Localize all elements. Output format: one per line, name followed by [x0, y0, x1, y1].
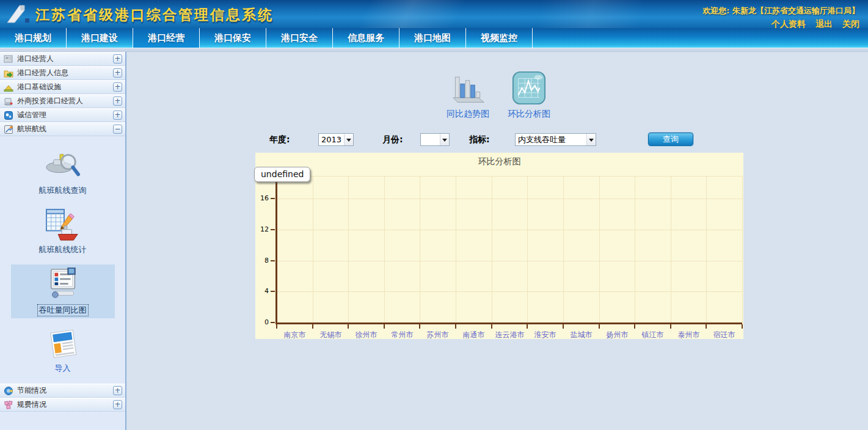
sidebar-section-foreign-invested-operators[interactable]: 外商投资港口经营人+: [0, 94, 125, 108]
app-logo-icon: [6, 3, 32, 27]
year-label: 年度:: [269, 134, 290, 145]
expand-icon[interactable]: +: [113, 68, 122, 78]
x-axis-tick: [491, 324, 492, 329]
x-axis-tick: [348, 324, 349, 329]
month-select[interactable]: [420, 133, 450, 146]
y-axis-tick: [271, 198, 275, 199]
x-axis-tick: [706, 324, 707, 329]
sidebar-section-label: 港口经营人信息: [17, 68, 113, 78]
sidebar-section-fees[interactable]: 规费情况+: [0, 398, 125, 412]
sidebar-section-port-operators[interactable]: 港口经营人+: [0, 52, 125, 66]
x-axis-category-label: 无锡市: [313, 330, 349, 340]
nav-tab-information-service[interactable]: 信息服务: [333, 28, 399, 48]
gridline-vertical: [456, 176, 456, 322]
sidebar-item-flight-route-statistics[interactable]: 航班航线统计: [11, 205, 115, 258]
x-axis-category-label: 南通市: [456, 330, 492, 340]
flight-route-icon: [4, 125, 13, 134]
gridline-vertical: [384, 176, 385, 322]
indicator-select[interactable]: 内支线吞吐量: [515, 133, 596, 146]
nav-tab-port-safety[interactable]: 港口安全: [266, 28, 333, 48]
indicator-label: 指标:: [469, 134, 490, 145]
y-axis-tick-label: 16: [255, 194, 269, 202]
nav-tab-video-surveillance[interactable]: 视频监控: [466, 28, 533, 48]
x-axis-tick: [419, 324, 420, 329]
month-label: 月份:: [382, 134, 403, 145]
energy-icon: [4, 386, 13, 396]
gridline-vertical: [671, 176, 671, 322]
sidebar-item-throughput-yoy-chart[interactable]: 吞吐量同比图: [11, 264, 115, 318]
nav-tab-port-operation[interactable]: 港口经营: [133, 28, 200, 48]
y-axis-tick: [271, 229, 275, 230]
y-axis-tick: [271, 322, 275, 323]
x-axis-category-label: 淮安市: [527, 330, 563, 340]
gridline-vertical: [313, 176, 313, 322]
expand-icon[interactable]: +: [113, 111, 122, 120]
app-title: 江苏省省级港口综合管理信息系统: [35, 5, 274, 24]
chart-mode-yoy-trend-chart[interactable]: 同比趋势图: [441, 68, 495, 120]
indicator-select-value: 内支线吞吐量: [516, 134, 586, 145]
gridline-vertical: [527, 176, 528, 322]
chevron-down-icon: [440, 134, 449, 145]
sidebar-section-integrity-management[interactable]: 诚信管理+: [0, 108, 125, 122]
query-button[interactable]: 查询: [648, 133, 693, 146]
sidebar-item-label: 导入: [11, 363, 115, 374]
chart-mode-label: 同比趋势图: [447, 109, 489, 120]
ship-stats-icon: [11, 208, 115, 242]
sidebar-section-label: 港口基础设施: [17, 82, 113, 92]
sidebar-item-import[interactable]: 导入: [11, 325, 115, 376]
nav-tab-port-security[interactable]: 港口保安: [200, 28, 266, 48]
gridline-vertical: [742, 176, 743, 322]
folder-arrow-icon: [4, 68, 13, 78]
flight-routes-panel: 航班航线查询航班航线统计吞吐量同比图导入: [0, 136, 125, 384]
expand-icon[interactable]: +: [113, 386, 122, 395]
sidebar-section-label: 港口经营人: [17, 54, 113, 64]
expand-icon[interactable]: +: [113, 82, 122, 92]
y-axis: [275, 176, 277, 324]
x-axis-category-label: 泰州市: [671, 330, 707, 340]
chart-area: 环比分析图 undefined 0481216南京市无锡市徐州市常州市苏州市南通…: [255, 153, 743, 339]
link-logout[interactable]: 退出: [815, 19, 833, 30]
y-axis-tick: [271, 291, 275, 292]
x-axis-tick: [634, 324, 635, 329]
sidebar-section-port-infrastructure[interactable]: 港口基础设施+: [0, 80, 125, 94]
chart-title: 环比分析图: [255, 156, 743, 167]
welcome-text: 欢迎您: 朱新龙【江苏省交通运输厅港口局】: [702, 5, 859, 16]
x-axis-tick: [312, 324, 313, 329]
sidebar-section-energy-saving[interactable]: 节能情况+: [0, 384, 125, 398]
integrity-icon: [4, 111, 13, 120]
monitor-report-icon: [11, 268, 115, 303]
gridline-vertical: [599, 176, 600, 322]
import-doc-icon: [11, 328, 115, 361]
y-axis-tick: [271, 260, 275, 261]
x-axis-category-label: 扬州市: [599, 330, 635, 340]
x-axis-tick: [276, 324, 277, 329]
link-profile[interactable]: 个人资料: [771, 19, 806, 30]
x-axis-category-label: 苏州市: [420, 330, 456, 340]
sidebar-item-label: 吞吐量同比图: [38, 305, 88, 316]
fees-icon: [4, 400, 13, 410]
year-select[interactable]: 2013: [318, 133, 354, 146]
quick-links: 个人资料退出关闭: [771, 19, 859, 30]
sidebar-section-port-operator-info[interactable]: 港口经营人信息+: [0, 66, 125, 80]
expand-icon[interactable]: +: [113, 400, 122, 409]
expand-icon[interactable]: +: [113, 97, 122, 106]
link-close[interactable]: 关闭: [842, 19, 859, 30]
chart-mode-mom-analysis-chart[interactable]: 环比分析图: [502, 68, 556, 120]
nav-tab-port-planning[interactable]: 港口规划: [0, 28, 67, 48]
gridline-vertical: [492, 176, 492, 322]
y-axis-tick-label: 4: [255, 287, 269, 295]
expand-icon[interactable]: +: [113, 54, 122, 64]
sidebar-section-label: 航班航线: [17, 124, 113, 134]
gridline-horizontal: [277, 176, 742, 177]
sidebar-section-flight-routes[interactable]: 航班航线−: [0, 122, 125, 136]
sidebar-item-label: 航班航线统计: [11, 244, 115, 255]
nav-tab-port-construction[interactable]: 港口建设: [67, 28, 133, 48]
sidebar-item-label: 航班航线查询: [11, 185, 115, 196]
sidebar-bottom-sections: 节能情况+规费情况+: [0, 384, 125, 412]
ship-search-icon: [11, 149, 115, 183]
sidebar-item-flight-route-query[interactable]: 航班航线查询: [11, 146, 115, 199]
x-axis-tick: [527, 324, 528, 329]
collapse-icon[interactable]: −: [113, 125, 122, 134]
filter-bar: 年度: 2013 月份: 指标: 内支线吞吐量 查询: [126, 132, 868, 148]
nav-tab-port-map[interactable]: 港口地图: [399, 28, 466, 48]
